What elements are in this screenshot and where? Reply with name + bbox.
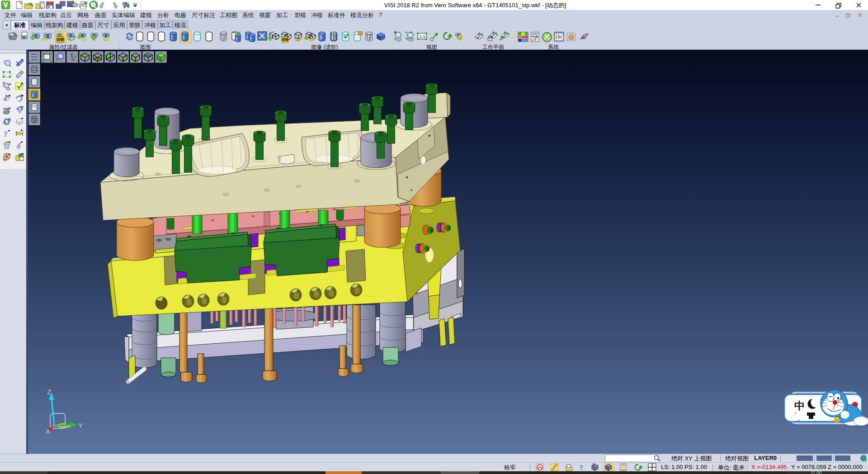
- svg-text:Z: Z: [47, 388, 51, 396]
- svg-text:1:1: 1:1: [420, 34, 425, 39]
- svg-text:X: X: [46, 427, 50, 435]
- svg-text:?: ?: [4, 130, 8, 138]
- svg-text:中: 中: [794, 400, 805, 412]
- svg-text:。: 。: [797, 415, 803, 422]
- svg-text:Y: Y: [78, 422, 83, 429]
- svg-text:?: ?: [580, 464, 583, 471]
- svg-text:’: ’: [795, 411, 796, 418]
